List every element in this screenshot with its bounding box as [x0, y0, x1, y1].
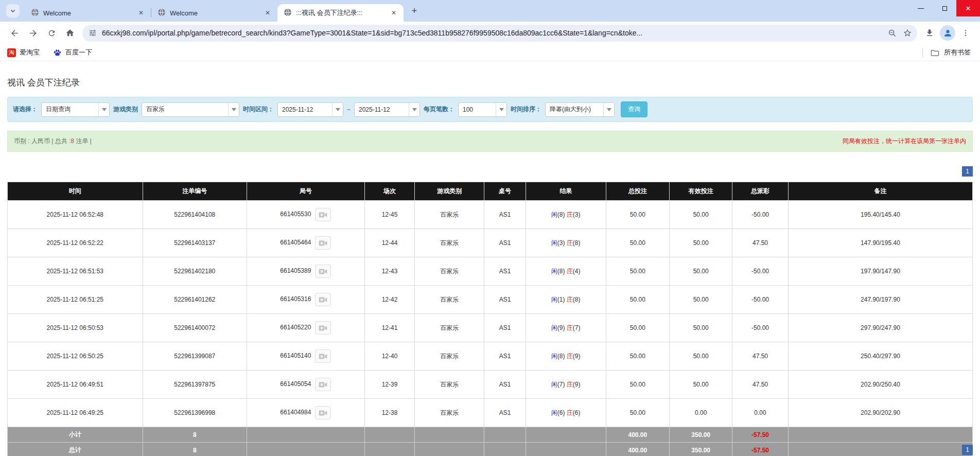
video-camera-icon	[319, 325, 327, 331]
game-category-label: 游戏类别	[113, 105, 138, 114]
date-range-label: 时间区间：	[243, 105, 274, 114]
cell-time: 2025-11-12 06:52:22	[8, 229, 143, 257]
game-category-select[interactable]: 百家乐	[142, 102, 239, 117]
maximize-button[interactable]	[933, 0, 956, 16]
page-size-value: 100	[459, 103, 496, 116]
empty-cell	[415, 443, 484, 456]
round-number: 661405140	[280, 352, 311, 359]
header-game-category: 游戏类别	[415, 182, 484, 201]
cell-game-category: 百家乐	[415, 371, 484, 399]
site-info-icon[interactable]	[89, 29, 97, 37]
browser-menu-button[interactable]	[957, 25, 974, 41]
header-total-payout: 总派彩	[732, 182, 789, 201]
tab-title: :::视讯 会员下注纪录:::	[296, 8, 385, 17]
cell-total-bet[interactable]: 50.00	[606, 314, 670, 342]
bookmarks-bar: 淘 爱淘宝 百度一下 所有书签	[0, 44, 980, 61]
forward-button[interactable]	[25, 25, 41, 41]
address-bar[interactable]: 66cxkj98.com/ipl/portal.php/game/betreco…	[82, 25, 917, 42]
pagination-page-1[interactable]: 1	[962, 166, 973, 177]
back-arrow-icon	[10, 28, 20, 38]
page-size-select[interactable]: 100	[458, 102, 507, 117]
cell-total-bet[interactable]: 50.00	[606, 257, 670, 286]
tab-close-icon[interactable]: ✕	[389, 8, 398, 17]
cell-remark: 202.90/250.40	[788, 371, 972, 399]
cell-table-no: AS1	[484, 257, 526, 286]
video-replay-button[interactable]	[315, 378, 331, 391]
video-replay-button[interactable]	[315, 293, 331, 306]
cell-total-bet[interactable]: 50.00	[606, 399, 670, 427]
minimize-button[interactable]: —	[909, 0, 933, 16]
result-banker: 庄(7)	[567, 324, 581, 331]
date-from-select[interactable]: 2025-11-12	[277, 102, 343, 117]
tab-search-button[interactable]	[6, 4, 20, 17]
cell-total-bet[interactable]: 50.00	[606, 286, 670, 314]
new-tab-button[interactable]: +	[408, 4, 421, 17]
cell-result: 闲(1) 庄(8)	[526, 286, 606, 314]
downloads-button[interactable]	[921, 25, 938, 41]
result-player: 闲(9)	[551, 324, 565, 331]
tab-welcome-1[interactable]: Welcome ✕	[25, 4, 151, 22]
filter-bar: 请选择： 日期查询 游戏类别 百家乐 时间区间： 2025-11-12 ~ 20…	[7, 97, 973, 122]
cell-total-bet[interactable]: 50.00	[606, 201, 670, 229]
cell-total-bet[interactable]: 50.00	[606, 342, 670, 371]
tab-close-icon[interactable]: ✕	[263, 8, 272, 17]
cell-table-no: AS1	[484, 371, 526, 399]
reload-button[interactable]	[43, 25, 60, 41]
date-to-select[interactable]: 2025-11-12	[354, 102, 420, 117]
table-row: 2025-11-12 06:51:53 522961402180 6614053…	[8, 257, 973, 286]
bookmark-star-icon[interactable]	[900, 25, 915, 41]
cell-total-bet[interactable]: 50.00	[606, 229, 670, 257]
tab-bet-records[interactable]: :::视讯 会员下注纪录::: ✕	[277, 4, 404, 22]
home-icon	[65, 28, 75, 38]
home-button[interactable]	[62, 25, 78, 41]
date-to-value: 2025-11-12	[355, 103, 409, 116]
total-total-bet: 400.00	[606, 443, 670, 456]
cell-game-category: 百家乐	[415, 342, 484, 371]
pagination-top: 1	[7, 166, 973, 177]
time-sort-select[interactable]: 降幂(由大到小)	[545, 102, 615, 117]
query-type-value: 日期查询	[42, 103, 98, 116]
video-replay-button[interactable]	[315, 265, 331, 278]
all-bookmarks[interactable]: 所有书签	[922, 48, 973, 57]
tab-close-icon[interactable]: ✕	[136, 8, 146, 17]
cell-total-payout: 47.50	[732, 342, 789, 371]
cell-total-bet[interactable]: 50.00	[606, 371, 670, 399]
zoom-out-indicator-icon[interactable]	[884, 25, 900, 41]
url-text[interactable]: 66cxkj98.com/ipl/portal.php/game/betreco…	[102, 29, 884, 37]
browser-tab-bar: Welcome ✕ Welcome ✕ :::视讯 会员下注纪录::: ✕ + …	[0, 0, 980, 22]
tab-welcome-2[interactable]: Welcome ✕	[151, 4, 277, 22]
query-type-select[interactable]: 日期查询	[41, 102, 110, 117]
empty-cell	[364, 427, 415, 443]
result-player: 闲(8)	[551, 353, 565, 360]
table-row: 2025-11-12 06:50:25 522961399087 6614051…	[8, 342, 973, 371]
cell-result: 闲(7) 庄(9)	[526, 371, 606, 399]
close-window-button[interactable]: ✕	[956, 0, 980, 16]
header-result: 结果	[526, 182, 606, 201]
bookmark-baidu[interactable]: 百度一下	[53, 48, 92, 57]
profile-avatar[interactable]	[940, 25, 955, 41]
cell-round: 661405464	[247, 229, 365, 257]
video-replay-button[interactable]	[315, 406, 331, 419]
cell-remark: 147.90/195.40	[788, 229, 972, 257]
header-valid-bet: 有效投注	[670, 182, 732, 201]
cell-result: 闲(8) 庄(3)	[526, 201, 606, 229]
table-row: 2025-11-12 06:49:51 522961397875 6614050…	[8, 371, 973, 399]
page-content: 视讯 会员下注纪录 请选择： 日期查询 游戏类别 百家乐 时间区间： 2025-…	[0, 77, 980, 456]
back-button[interactable]	[6, 25, 23, 41]
cell-session: 12-44	[364, 229, 415, 257]
video-replay-button[interactable]	[315, 349, 331, 363]
table-row: 2025-11-12 06:50:53 522961400072 6614052…	[8, 314, 973, 342]
cell-total-payout: -50.00	[732, 201, 789, 229]
video-replay-button[interactable]	[315, 236, 331, 250]
video-replay-button[interactable]	[315, 208, 331, 221]
pagination-page-1[interactable]: 1	[962, 445, 973, 455]
cell-session: 12-45	[364, 201, 415, 229]
bookmark-taobao[interactable]: 淘 爱淘宝	[7, 48, 40, 57]
video-replay-button[interactable]	[315, 321, 331, 335]
search-button[interactable]: 查询	[621, 101, 647, 117]
video-camera-icon	[319, 212, 327, 218]
empty-cell	[526, 443, 606, 456]
round-number: 661405054	[280, 380, 311, 388]
cell-remark: 250.40/297.90	[788, 342, 972, 371]
time-sort-label: 时间排序：	[511, 105, 541, 114]
